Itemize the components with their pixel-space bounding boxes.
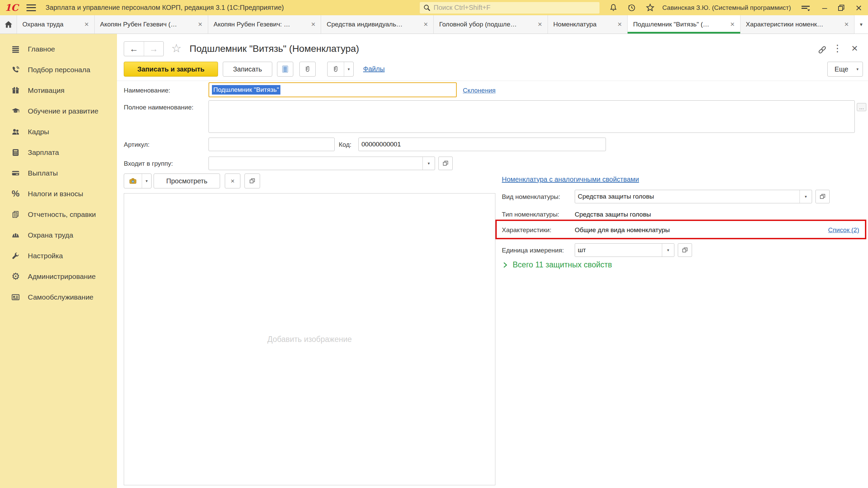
- nomenclature-form: ← → ☆ Подшлемник "Витязь" (Номенклатура)…: [117, 34, 868, 488]
- name-label: Наименование:: [124, 87, 170, 94]
- close-icon[interactable]: ×: [730, 20, 735, 29]
- chevron-down-icon[interactable]: ▾: [142, 174, 151, 188]
- sidebar-item-nalogi[interactable]: % Налоги и взносы: [0, 183, 117, 204]
- sidebar-item-obuchenie[interactable]: Обучение и развитие: [0, 101, 117, 121]
- unit-label: Единица измерения:: [502, 247, 564, 254]
- sidebar-item-podbor-personala[interactable]: Подбор персонала: [0, 59, 117, 80]
- article-label: Артикул:: [124, 141, 150, 148]
- tab-overflow-button[interactable]: ▼: [854, 15, 868, 34]
- chevron-down-icon[interactable]: ▾: [422, 157, 435, 170]
- graduation-cap-icon: [11, 106, 20, 116]
- history-icon[interactable]: [627, 3, 636, 12]
- characteristics-value: Общие для вида номенклатуры: [575, 226, 670, 234]
- chevron-down-icon[interactable]: ▾: [800, 190, 812, 203]
- form-close-icon[interactable]: ×: [851, 42, 858, 55]
- back-button[interactable]: ←: [124, 42, 144, 56]
- close-icon[interactable]: ×: [84, 20, 89, 29]
- full-name-more-button[interactable]: …: [857, 103, 866, 111]
- group-combo[interactable]: ▾: [209, 157, 435, 170]
- sidebar-item-vyplaty[interactable]: Выплаты: [0, 163, 117, 183]
- favorite-star-icon[interactable]: ☆: [171, 41, 181, 55]
- kind-combo[interactable]: Средства защиты головы ▾: [575, 190, 812, 203]
- add-image-menu-button[interactable]: ▾: [124, 174, 152, 188]
- attach-file-button[interactable]: [299, 62, 316, 77]
- tab-akopyan-doc[interactable]: Акопян Рубен Гезевич: …×: [208, 15, 321, 34]
- favorites-star-icon[interactable]: [646, 3, 655, 12]
- attach-file-menu-button[interactable]: ▾: [327, 62, 354, 77]
- sidebar-item-administrirovanie[interactable]: ⚙ Администрирование: [0, 266, 117, 287]
- sidebar-item-nastroyka[interactable]: Настройка: [0, 245, 117, 266]
- sidebar-item-glavnoe[interactable]: Главное: [0, 39, 117, 59]
- toolbar-divider: [117, 81, 868, 81]
- window-close-button[interactable]: ×: [855, 2, 862, 13]
- list-icon: [281, 65, 289, 73]
- kind-open-button[interactable]: [815, 190, 830, 203]
- people-icon: [11, 127, 20, 137]
- chevron-down-icon: ▾: [852, 62, 863, 76]
- close-icon[interactable]: ×: [617, 20, 622, 29]
- type-value: Средства защиты головы: [575, 211, 651, 218]
- app-window: 1С Зарплата и управление персоналом КОРП…: [0, 0, 868, 488]
- save-and-close-button[interactable]: Записать и закрыть: [124, 62, 218, 77]
- sidebar-item-samoobsluzhivanie[interactable]: Самообслуживание: [0, 287, 117, 307]
- credit-card-icon: [11, 168, 20, 178]
- sidebar-item-ohrana-truda[interactable]: Охрана труда: [0, 225, 117, 245]
- unit-combo[interactable]: шт ▾: [575, 243, 674, 257]
- code-input[interactable]: [358, 138, 606, 151]
- tab-harakteristiki[interactable]: Характеристики номенк…×: [741, 15, 854, 34]
- sidebar-item-kadry[interactable]: Кадры: [0, 121, 117, 142]
- sidebar-item-otchetnost[interactable]: Отчетность, справки: [0, 204, 117, 225]
- image-open-button[interactable]: [244, 174, 260, 188]
- get-link-icon[interactable]: [817, 45, 827, 56]
- tab-akopyan-card[interactable]: Акопян Рубен Гезевич (…×: [95, 15, 208, 34]
- current-user[interactable]: Савинская З.Ю. (Системный программист): [662, 4, 791, 12]
- save-button[interactable]: Записать: [223, 62, 272, 77]
- tab-sredstva-indiv[interactable]: Средства индивидуаль…×: [321, 15, 434, 34]
- topbar: 1С Зарплата и управление персоналом КОРП…: [0, 0, 868, 15]
- tab-ohrana-truda[interactable]: Охрана труда×: [17, 15, 95, 34]
- unit-open-button[interactable]: [678, 243, 692, 257]
- home-tab[interactable]: [0, 15, 17, 34]
- group-label: Входит в группу:: [124, 160, 173, 167]
- full-name-input[interactable]: [209, 100, 855, 133]
- files-link[interactable]: Файлы: [363, 65, 385, 73]
- window-restore-button[interactable]: [837, 4, 845, 12]
- clear-image-button[interactable]: ×: [225, 174, 240, 188]
- declensions-link[interactable]: Склонения: [463, 87, 496, 94]
- notifications-bell-icon[interactable]: [609, 3, 618, 12]
- chevron-down-icon[interactable]: ▾: [662, 244, 674, 257]
- protective-properties-expander[interactable]: Всего 11 защитных свойств: [502, 260, 612, 269]
- chevron-right-icon: [502, 261, 509, 269]
- calculator-icon: [11, 148, 20, 157]
- camera-icon: [124, 174, 142, 188]
- close-icon[interactable]: ×: [423, 20, 428, 29]
- global-search[interactable]: [420, 2, 599, 14]
- kebab-menu-icon[interactable]: ⋮: [833, 43, 842, 54]
- sidebar-item-zarplata[interactable]: Зарплата: [0, 142, 117, 163]
- image-drop-area[interactable]: Добавить изображение: [124, 193, 495, 485]
- tab-nomenklatura[interactable]: Номенклатура×: [548, 15, 628, 34]
- window-minimize-button[interactable]: –: [822, 3, 827, 12]
- close-icon[interactable]: ×: [198, 20, 202, 29]
- show-in-list-button[interactable]: [277, 62, 293, 77]
- group-open-button[interactable]: [438, 157, 453, 170]
- id-card-icon: [11, 292, 20, 302]
- sidebar-item-motivacia[interactable]: Мотивация: [0, 80, 117, 101]
- tab-podshlemnik-active[interactable]: Подшлемник "Витязь" (…×: [628, 15, 740, 34]
- close-icon[interactable]: ×: [538, 20, 542, 29]
- chevron-down-icon[interactable]: ▾: [344, 62, 353, 76]
- search-input[interactable]: [434, 4, 596, 12]
- service-menu-icon[interactable]: [801, 4, 811, 12]
- close-icon[interactable]: ×: [311, 20, 316, 29]
- main-menu-icon[interactable]: [26, 4, 36, 11]
- similar-nomenclature-link[interactable]: Номенклатура с аналогичными свойствами: [502, 176, 639, 183]
- more-button[interactable]: Еще ▾: [827, 62, 863, 77]
- article-input[interactable]: [209, 138, 335, 151]
- home-icon: [4, 20, 13, 29]
- characteristics-list-link[interactable]: Список (2): [828, 226, 859, 234]
- tab-golovnoy-ubor[interactable]: Головной убор (подшле…×: [434, 15, 548, 34]
- forward-button[interactable]: →: [144, 42, 163, 56]
- name-input[interactable]: Подшлемник "Витязь": [209, 82, 457, 97]
- view-image-button[interactable]: Просмотреть: [154, 174, 220, 188]
- close-icon[interactable]: ×: [844, 20, 849, 29]
